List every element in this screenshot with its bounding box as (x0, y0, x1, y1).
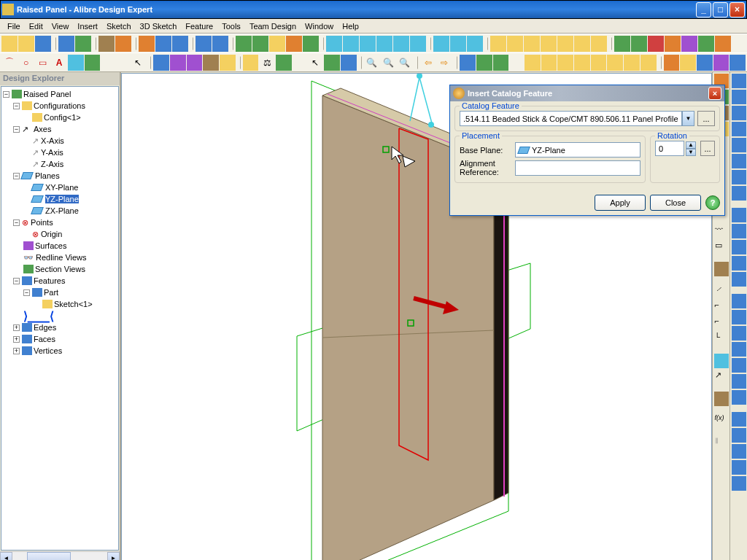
tree-redline[interactable]: 👓 Redline Views (3, 252, 117, 263)
tool-icon[interactable] (524, 36, 540, 52)
tool-icon[interactable] (680, 55, 696, 71)
view-cube-icon[interactable] (607, 55, 623, 71)
tool-icon[interactable] (236, 36, 252, 52)
open-icon[interactable] (18, 36, 34, 52)
tree-sectionviews[interactable]: Section Views (3, 263, 117, 275)
tool-icon[interactable] (410, 36, 426, 52)
zoom-icon[interactable]: 🔍 (364, 55, 380, 71)
zoom-fit-icon[interactable]: 🔍 (397, 55, 413, 71)
menu-tools[interactable]: Tools (217, 20, 245, 32)
pan-icon[interactable] (341, 55, 357, 71)
tree-points[interactable]: −⊗ Points (3, 217, 117, 228)
tool-icon[interactable] (732, 122, 746, 136)
base-plane-input[interactable]: YZ-Plane (515, 142, 640, 158)
dropdown-icon[interactable]: ▼ (682, 111, 694, 126)
view-cube-icon[interactable] (624, 55, 640, 71)
close-button[interactable]: × (729, 2, 745, 18)
minimize-button[interactable]: _ (696, 2, 711, 18)
tool-icon[interactable] (732, 138, 746, 152)
tree-config1[interactable]: Config<1> (3, 112, 117, 123)
preview-icon[interactable] (75, 36, 91, 52)
scroll-right-icon[interactable]: ► (107, 552, 120, 560)
tool-icon[interactable] (557, 36, 573, 52)
tool-icon[interactable] (286, 36, 302, 52)
tool-icon[interactable] (732, 154, 746, 168)
dialog-close-button-2[interactable]: Close (650, 195, 701, 211)
view-cube-icon[interactable] (640, 55, 657, 71)
tool-icon[interactable] (490, 36, 506, 52)
tool-icon[interactable] (732, 476, 746, 491)
tool-icon[interactable] (507, 36, 523, 52)
alignment-reference-input[interactable] (515, 160, 640, 176)
tree-zaxis[interactable]: ↗ Z-Axis (3, 158, 117, 170)
corner-icon[interactable]: └ (714, 332, 729, 346)
new-icon[interactable] (1, 36, 18, 52)
tool-icon[interactable] (648, 36, 664, 52)
prev-view-icon[interactable]: ⇦ (420, 55, 436, 71)
tool-icon[interactable] (714, 354, 729, 368)
menu-window[interactable]: Window (301, 20, 338, 32)
copy-icon[interactable] (155, 36, 171, 52)
tool-icon[interactable] (614, 36, 630, 52)
tree-part[interactable]: −Part (3, 287, 117, 298)
spin-down-icon[interactable]: ▼ (686, 149, 696, 156)
menu-insert[interactable]: Insert (73, 20, 102, 32)
tree-xaxis[interactable]: ↗ X-Axis (3, 135, 117, 147)
tool-icon[interactable] (115, 36, 131, 52)
sketch-text-icon[interactable]: A (51, 55, 67, 71)
spline-icon[interactable]: 〰 (714, 224, 729, 238)
tree-axes[interactable]: −↗Axes (3, 123, 117, 135)
tree-vertices[interactable]: +Vertices (3, 345, 117, 357)
menu-view[interactable]: View (47, 20, 74, 32)
tool-icon[interactable] (393, 36, 409, 52)
tool-icon[interactable] (732, 208, 746, 222)
tool-icon[interactable] (326, 36, 342, 52)
tree-root[interactable]: −Raised Panel (3, 88, 117, 100)
tool-icon[interactable] (732, 90, 746, 104)
tool-icon[interactable] (343, 36, 359, 52)
tool-icon[interactable] (732, 170, 746, 184)
tool-icon[interactable] (732, 358, 746, 373)
tool-icon[interactable]: ⦀ (714, 435, 729, 450)
tool-icon[interactable] (732, 186, 746, 201)
menu-edit[interactable]: Edit (25, 20, 47, 32)
tool-icon[interactable] (85, 55, 101, 71)
sketch-arc-icon[interactable]: ⌒ (1, 55, 18, 71)
rotate-icon[interactable] (324, 55, 340, 71)
tool-icon[interactable] (697, 55, 713, 71)
view-cube-icon[interactable] (525, 55, 541, 71)
tree-xyplane[interactable]: XY-Plane (3, 182, 117, 193)
tree-zxplane[interactable]: ZX-Plane (3, 205, 117, 217)
tool-icon[interactable] (541, 36, 557, 52)
tool-icon[interactable] (714, 392, 729, 406)
tool-icon[interactable] (574, 36, 590, 52)
menu-file[interactable]: File (3, 20, 25, 32)
tool-icon[interactable] (732, 74, 746, 88)
tree-features[interactable]: −Features (3, 275, 117, 287)
shade-icon[interactable] (493, 55, 509, 71)
tree-planes[interactable]: −Planes (3, 170, 117, 182)
tool-icon[interactable] (252, 36, 268, 52)
tool-icon[interactable] (732, 310, 746, 324)
tool-icon[interactable] (467, 36, 483, 52)
next-view-icon[interactable]: ⇨ (436, 55, 452, 71)
tool-icon[interactable] (360, 36, 376, 52)
corner-icon[interactable]: ⌐ (714, 316, 729, 330)
tool-icon[interactable] (153, 55, 169, 71)
tree-yzplane[interactable]: YZ-Plane (3, 193, 117, 205)
view-cube-icon[interactable] (574, 55, 590, 71)
tool-icon[interactable] (729, 55, 746, 71)
cursor-icon[interactable]: ↖ (308, 55, 324, 71)
save-icon[interactable] (35, 36, 51, 52)
apply-button[interactable]: Apply (595, 195, 646, 211)
tool-icon[interactable] (732, 390, 746, 405)
balance-icon[interactable]: ⚖ (259, 55, 275, 71)
view-cube-icon[interactable] (557, 55, 573, 71)
tool-icon[interactable]: ↗ (714, 370, 729, 384)
menu-teamdesign[interactable]: Team Design (245, 20, 301, 32)
sketch-circle-icon[interactable]: ○ (18, 55, 34, 71)
tool-icon[interactable] (732, 444, 746, 459)
menu-help[interactable]: Help (338, 20, 363, 32)
tool-icon[interactable] (732, 342, 746, 357)
tool-icon[interactable] (732, 240, 746, 254)
